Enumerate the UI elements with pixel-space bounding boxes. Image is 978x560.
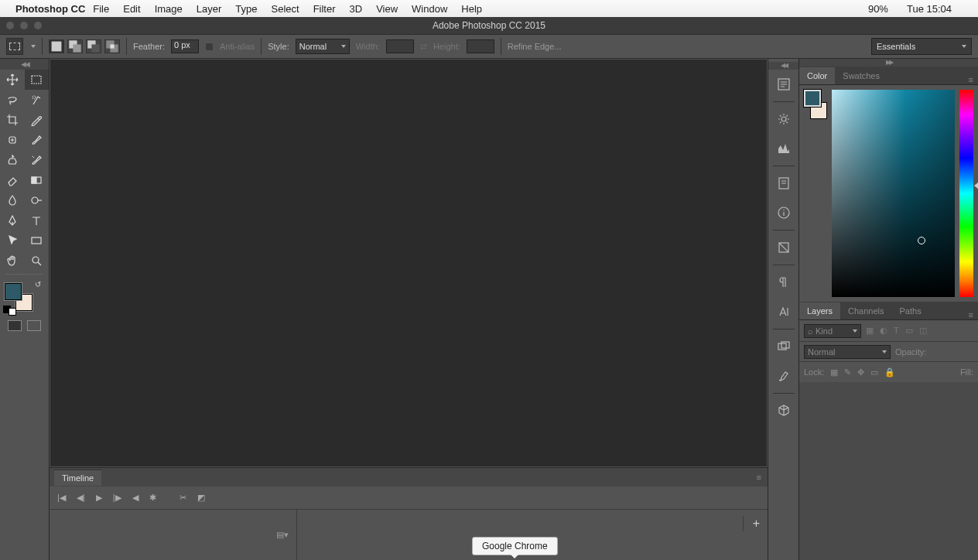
- adjustments-panel-icon[interactable]: [773, 336, 795, 357]
- layer-filter-select[interactable]: ⌕Kind: [804, 324, 861, 338]
- selection-new-button[interactable]: [49, 39, 64, 53]
- menu-filter[interactable]: Filter: [313, 3, 336, 15]
- brush-tool[interactable]: [25, 130, 50, 150]
- 3d-panel-icon[interactable]: [773, 400, 795, 422]
- dock-collapse-handle[interactable]: ◀◀: [768, 62, 798, 70]
- quick-selection-tool[interactable]: [25, 90, 50, 110]
- filter-smart-icon[interactable]: ◫: [919, 326, 927, 336]
- menubar-clock[interactable]: Tue 15:04: [907, 3, 952, 15]
- filter-shape-icon[interactable]: ▭: [905, 326, 913, 336]
- style-select[interactable]: Normal: [296, 39, 350, 54]
- selection-add-button[interactable]: [67, 39, 83, 53]
- pen-tool[interactable]: [0, 210, 25, 230]
- blend-mode-select[interactable]: Normal: [804, 345, 891, 359]
- timeline-play-button[interactable]: ▶: [96, 493, 102, 503]
- history-panel-icon[interactable]: [773, 73, 795, 95]
- timeline-transition-button[interactable]: ◩: [197, 493, 205, 503]
- menu-file[interactable]: File: [93, 3, 109, 15]
- brush-settings-panel-icon[interactable]: [773, 108, 795, 130]
- tab-swatches[interactable]: Swatches: [835, 67, 887, 84]
- workspace-switcher[interactable]: Essentials: [871, 38, 972, 55]
- timeline-add-track-button[interactable]: +: [743, 516, 760, 531]
- tab-timeline[interactable]: Timeline: [54, 470, 101, 486]
- hue-slider-thumb[interactable]: [974, 183, 978, 189]
- libraries-panel-icon[interactable]: [773, 237, 795, 258]
- zoom-tool[interactable]: [25, 251, 50, 271]
- styles-panel-icon[interactable]: [773, 365, 795, 387]
- lock-position-icon[interactable]: ✥: [857, 367, 864, 377]
- layer-list[interactable]: [799, 382, 978, 560]
- filter-pixel-icon[interactable]: ▦: [866, 326, 874, 336]
- default-colors-icon[interactable]: [3, 306, 16, 316]
- refine-edge-button[interactable]: Refine Edge...: [508, 42, 562, 51]
- gradient-tool[interactable]: [25, 170, 50, 190]
- filter-type-icon[interactable]: T: [894, 326, 899, 336]
- screen-mode-button[interactable]: [27, 320, 41, 331]
- tab-layers[interactable]: Layers: [799, 302, 840, 319]
- app-name[interactable]: Photoshop CC: [15, 3, 85, 15]
- character-panel-icon[interactable]: [773, 301, 795, 323]
- lasso-tool[interactable]: [0, 90, 25, 110]
- crop-tool[interactable]: [0, 110, 25, 130]
- blur-tool[interactable]: [0, 190, 25, 210]
- menu-window[interactable]: Window: [412, 3, 447, 15]
- timeline-first-frame-button[interactable]: |◀: [57, 493, 66, 503]
- lock-transparency-icon[interactable]: ▦: [830, 367, 838, 377]
- quick-mask-button[interactable]: [8, 320, 22, 331]
- histogram-panel-icon[interactable]: [773, 138, 795, 159]
- menu-layer[interactable]: Layer: [197, 3, 222, 15]
- panel-menu-icon[interactable]: ≡: [969, 310, 973, 319]
- menu-edit[interactable]: Edit: [123, 3, 140, 15]
- spot-healing-tool[interactable]: [0, 130, 25, 150]
- timeline-settings-icon[interactable]: ✱: [149, 493, 156, 503]
- menu-select[interactable]: Select: [271, 3, 299, 15]
- properties-panel-icon[interactable]: [773, 172, 795, 194]
- menu-type[interactable]: Type: [235, 3, 257, 15]
- timeline-prev-frame-button[interactable]: ◀|: [77, 493, 85, 503]
- menu-3d[interactable]: 3D: [350, 3, 363, 15]
- clone-stamp-tool[interactable]: [0, 150, 25, 170]
- eraser-tool[interactable]: [0, 170, 25, 190]
- color-field[interactable]: [832, 90, 955, 297]
- timeline-audio-button[interactable]: ◀: [132, 493, 138, 503]
- filter-adjustment-icon[interactable]: ◐: [880, 326, 887, 336]
- path-selection-tool[interactable]: [0, 230, 25, 251]
- menu-view[interactable]: View: [376, 3, 398, 15]
- panel-menu-icon[interactable]: ≡: [757, 473, 761, 482]
- panel-menu-icon[interactable]: ≡: [969, 75, 973, 84]
- lock-all-icon[interactable]: 🔒: [884, 367, 895, 377]
- menu-image[interactable]: Image: [155, 3, 183, 15]
- tab-paths[interactable]: Paths: [892, 302, 929, 319]
- chevron-down-icon[interactable]: [31, 45, 36, 48]
- timeline-add-media-icon[interactable]: ▤▾: [276, 530, 289, 540]
- foreground-color-swatch[interactable]: [5, 283, 22, 300]
- feather-input[interactable]: 0 px: [171, 39, 199, 53]
- history-brush-tool[interactable]: [25, 150, 50, 170]
- eyedropper-tool[interactable]: [25, 110, 50, 130]
- canvas-area[interactable]: [50, 60, 767, 466]
- info-panel-icon[interactable]: [773, 202, 795, 224]
- timeline-next-frame-button[interactable]: |▶: [113, 493, 121, 503]
- tool-preset-button[interactable]: [6, 38, 23, 55]
- dodge-tool[interactable]: [25, 190, 50, 210]
- timeline-split-button[interactable]: ✂: [180, 493, 186, 503]
- rectangular-marquee-tool[interactable]: [25, 70, 50, 90]
- lock-image-icon[interactable]: ✎: [844, 367, 851, 377]
- selection-subtract-button[interactable]: [86, 39, 101, 53]
- color-marker[interactable]: [918, 237, 925, 244]
- hand-tool[interactable]: [0, 251, 25, 271]
- paragraph-panel-icon[interactable]: [773, 271, 795, 293]
- lock-artboard-icon[interactable]: ▭: [870, 367, 878, 377]
- panel-foreground-swatch[interactable]: [804, 90, 821, 107]
- hue-slider[interactable]: [959, 90, 973, 297]
- rectangle-tool[interactable]: [25, 230, 50, 251]
- type-tool[interactable]: [25, 210, 50, 230]
- move-tool[interactable]: [0, 70, 25, 90]
- swap-colors-icon[interactable]: ↺: [35, 280, 41, 289]
- tab-channels[interactable]: Channels: [840, 302, 891, 319]
- panels-collapse-handle[interactable]: ▶▶: [799, 59, 978, 67]
- tools-collapse-handle[interactable]: ◀◀: [0, 59, 49, 70]
- tab-color[interactable]: Color: [799, 67, 835, 84]
- selection-intersect-button[interactable]: [104, 39, 120, 53]
- menu-help[interactable]: Help: [461, 3, 482, 15]
